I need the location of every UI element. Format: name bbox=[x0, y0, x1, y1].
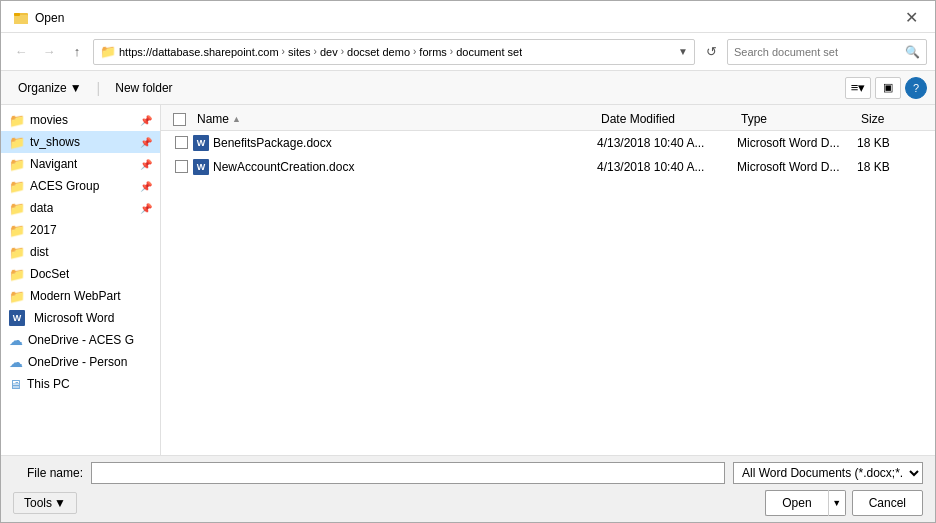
sidebar-label-modern-webpart: Modern WebPart bbox=[30, 289, 121, 303]
pin-icon: 📌 bbox=[140, 159, 152, 170]
search-icon: 🔍 bbox=[905, 45, 920, 59]
checkbox[interactable] bbox=[175, 136, 188, 149]
cancel-button[interactable]: Cancel bbox=[852, 490, 923, 516]
organize-button[interactable]: Organize ▼ bbox=[9, 77, 91, 99]
breadcrumb-sep3: › bbox=[341, 46, 344, 57]
refresh-button[interactable]: ↺ bbox=[699, 40, 723, 64]
pin-icon: 📌 bbox=[140, 137, 152, 148]
file-checkbox-2[interactable] bbox=[169, 160, 193, 173]
folder-icon: 📁 bbox=[9, 113, 25, 128]
header-size[interactable]: Size bbox=[857, 108, 927, 130]
header-checkbox[interactable] bbox=[173, 113, 186, 126]
header-date[interactable]: Date Modified bbox=[597, 108, 737, 130]
open-button[interactable]: Open bbox=[765, 490, 827, 516]
pin-icon: 📌 bbox=[140, 115, 152, 126]
filename-label: File name: bbox=[13, 466, 83, 480]
search-input[interactable] bbox=[734, 46, 905, 58]
sidebar-item-movies[interactable]: 📁 movies 📌 bbox=[1, 109, 160, 131]
sidebar-label-2017: 2017 bbox=[30, 223, 57, 237]
word-icon: W bbox=[9, 310, 25, 326]
dialog-icon bbox=[13, 10, 29, 26]
header-check[interactable] bbox=[169, 109, 193, 130]
action-row: Tools ▼ Open ▼ Cancel bbox=[13, 490, 923, 516]
file-type-1: Microsoft Word D... bbox=[737, 136, 857, 150]
file-name-cell-1: W BenefitsPackage.docx bbox=[193, 135, 597, 151]
file-size-1: 18 KB bbox=[857, 136, 927, 150]
sidebar-label-data: data bbox=[30, 201, 53, 215]
table-row[interactable]: W NewAccountCreation.docx 4/13/2018 10:4… bbox=[161, 155, 935, 179]
table-row[interactable]: W BenefitsPackage.docx 4/13/2018 10:40 A… bbox=[161, 131, 935, 155]
view-pane-button[interactable]: ▣ bbox=[875, 77, 901, 99]
sidebar-item-docset[interactable]: 📁 DocSet bbox=[1, 263, 160, 285]
bottom-bar: File name: All Word Documents (*.docx;*.… bbox=[1, 455, 935, 522]
filename-input[interactable] bbox=[91, 462, 725, 484]
breadcrumb-sep5: › bbox=[450, 46, 453, 57]
breadcrumb-sep1: › bbox=[282, 46, 285, 57]
view-list-button[interactable]: ≡▾ bbox=[845, 77, 871, 99]
file-date-1: 4/13/2018 10:40 A... bbox=[597, 136, 737, 150]
open-label: Open bbox=[782, 496, 811, 510]
sidebar-item-data[interactable]: 📁 data 📌 bbox=[1, 197, 160, 219]
svg-rect-1 bbox=[14, 15, 28, 24]
address-bar: ← → ↑ 📁 https://dattabase.sharepoint.com… bbox=[1, 33, 935, 71]
tools-label: Tools bbox=[24, 496, 52, 510]
sidebar-label-navigant: Navigant bbox=[30, 157, 77, 171]
toolbar-right: ≡▾ ▣ ? bbox=[845, 77, 927, 99]
forward-button[interactable]: → bbox=[37, 40, 61, 64]
sidebar-item-2017[interactable]: 📁 2017 bbox=[1, 219, 160, 241]
sidebar-item-microsoft-word[interactable]: W Microsoft Word bbox=[1, 307, 160, 329]
open-button-group: Open ▼ bbox=[765, 490, 845, 516]
onedrive-icon: ☁ bbox=[9, 354, 23, 370]
word-doc-icon: W bbox=[193, 159, 209, 175]
folder-icon: 📁 bbox=[9, 267, 25, 282]
sidebar-item-onedrive-aces[interactable]: ☁ OneDrive - ACES G bbox=[1, 329, 160, 351]
header-name[interactable]: Name ▲ bbox=[193, 108, 597, 130]
sidebar-item-tv-shows[interactable]: 📁 tv_shows 📌 bbox=[1, 131, 160, 153]
search-box[interactable]: 🔍 bbox=[727, 39, 927, 65]
file-date-2: 4/13/2018 10:40 A... bbox=[597, 160, 737, 174]
file-name-1: BenefitsPackage.docx bbox=[213, 136, 597, 150]
sidebar-item-dist[interactable]: 📁 dist bbox=[1, 241, 160, 263]
header-type[interactable]: Type bbox=[737, 108, 857, 130]
tools-arrow: ▼ bbox=[54, 496, 66, 510]
cancel-label: Cancel bbox=[869, 496, 906, 510]
dialog-title: Open bbox=[35, 11, 64, 25]
up-button[interactable]: ↑ bbox=[65, 40, 89, 64]
sidebar-item-this-pc[interactable]: 🖥 This PC bbox=[1, 373, 160, 395]
breadcrumb-sep4: › bbox=[413, 46, 416, 57]
sidebar-item-onedrive-person[interactable]: ☁ OneDrive - Person bbox=[1, 351, 160, 373]
new-folder-label: New folder bbox=[115, 81, 172, 95]
sidebar-label-microsoft-word: Microsoft Word bbox=[34, 311, 114, 325]
help-button[interactable]: ? bbox=[905, 77, 927, 99]
folder-icon: 📁 bbox=[9, 201, 25, 216]
pin-icon: 📌 bbox=[140, 181, 152, 192]
open-dropdown-button[interactable]: ▼ bbox=[828, 490, 846, 516]
sidebar-label-onedrive-person: OneDrive - Person bbox=[28, 355, 127, 369]
sidebar-label-this-pc: This PC bbox=[27, 377, 70, 391]
organize-arrow: ▼ bbox=[70, 81, 82, 95]
new-folder-button[interactable]: New folder bbox=[106, 77, 181, 99]
file-name-2: NewAccountCreation.docx bbox=[213, 160, 597, 174]
sidebar-item-navigant[interactable]: 📁 Navigant 📌 bbox=[1, 153, 160, 175]
tools-button[interactable]: Tools ▼ bbox=[13, 492, 77, 514]
breadcrumb-folder-icon: 📁 bbox=[100, 44, 116, 59]
svg-rect-2 bbox=[14, 13, 20, 16]
file-checkbox-1[interactable] bbox=[169, 136, 193, 149]
main-area: 📁 movies 📌 📁 tv_shows 📌 📁 Navigant 📌 📁 A… bbox=[1, 105, 935, 455]
sidebar-item-aces-group[interactable]: 📁 ACES Group 📌 bbox=[1, 175, 160, 197]
title-bar: Open ✕ bbox=[1, 1, 935, 33]
checkbox[interactable] bbox=[175, 160, 188, 173]
organize-label: Organize bbox=[18, 81, 67, 95]
filetype-select[interactable]: All Word Documents (*.docx;*.d bbox=[733, 462, 923, 484]
close-button[interactable]: ✕ bbox=[899, 6, 923, 30]
pin-icon: 📌 bbox=[140, 203, 152, 214]
breadcrumb-sep2: › bbox=[314, 46, 317, 57]
back-button[interactable]: ← bbox=[9, 40, 33, 64]
open-dialog: Open ✕ ← → ↑ 📁 https://dattabase.sharepo… bbox=[0, 0, 936, 523]
sidebar-label-dist: dist bbox=[30, 245, 49, 259]
file-list: W BenefitsPackage.docx 4/13/2018 10:40 A… bbox=[161, 131, 935, 455]
filename-row: File name: All Word Documents (*.docx;*.… bbox=[13, 462, 923, 484]
breadcrumb-forms: forms bbox=[419, 46, 447, 58]
sidebar-item-modern-webpart[interactable]: 📁 Modern WebPart bbox=[1, 285, 160, 307]
sidebar-label-aces-group: ACES Group bbox=[30, 179, 99, 193]
